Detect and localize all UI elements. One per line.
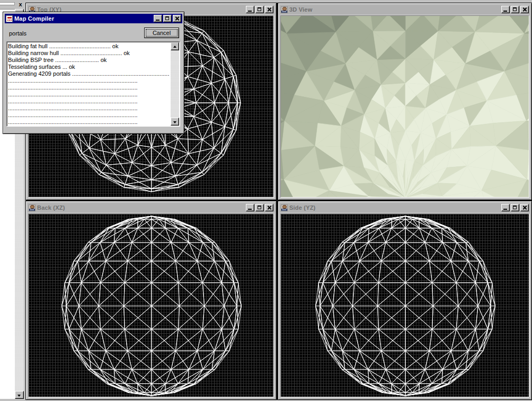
log-line: Building narrow hull ...................… [8, 50, 170, 57]
log-line: ........................................… [8, 91, 170, 98]
maximize-button[interactable] [255, 204, 264, 211]
viewport-titlebar-3d[interactable]: 3D View [280, 5, 530, 14]
map-compiler-dialog: Map Compiler portals Cancel Building fat… [3, 12, 184, 134]
viewport-titlebar-back[interactable]: Back (XZ) [28, 203, 274, 212]
arrow-up-icon [173, 46, 176, 48]
close-button[interactable] [265, 204, 273, 211]
log-scroll-down-button[interactable] [171, 118, 179, 126]
minimize-button[interactable] [154, 15, 162, 22]
viewport-window-back: Back (XZ) [25, 201, 277, 400]
minimize-icon [503, 11, 507, 12]
minimize-button[interactable] [246, 6, 254, 13]
log-scrollbar[interactable] [171, 42, 179, 126]
log-line: Generating 4209 portals ................… [8, 70, 170, 77]
viewport-canvas-3d[interactable] [281, 16, 529, 198]
panel-close-button[interactable]: x [16, 0, 24, 8]
close-button[interactable] [265, 6, 273, 13]
viewport-canvas-back-xz[interactable] [29, 214, 274, 397]
viewport-canvas-side-yz[interactable] [281, 214, 529, 397]
dialog-titlebar[interactable]: Map Compiler [5, 14, 182, 23]
status-label: portals [9, 30, 26, 37]
log-line: Building BSP tree ......................… [8, 57, 170, 64]
minimize-icon [248, 11, 252, 12]
log-line: ........................................… [8, 84, 170, 91]
maximize-icon [513, 7, 517, 11]
log-line: ........................................… [8, 112, 170, 119]
close-button[interactable] [173, 15, 181, 22]
log-line: ........................................… [8, 105, 170, 112]
log-line: Tesselating surfaces ... ok [8, 64, 170, 70]
close-button[interactable] [520, 204, 529, 211]
maximize-button[interactable] [163, 15, 172, 22]
maximize-button[interactable] [255, 6, 264, 13]
log-line: ........................................… [8, 77, 170, 84]
dialog-title: Map Compiler [14, 15, 152, 22]
log-line: Building fat hull ......................… [8, 43, 170, 50]
log-line: ........................................… [8, 98, 170, 105]
viewport-app-icon [281, 6, 288, 13]
panel-gripper[interactable] [0, 2, 15, 5]
viewport-titlebar-side[interactable]: Side (YZ) [280, 203, 530, 212]
minimize-button[interactable] [246, 204, 254, 211]
viewport-window-3d: 3D View [278, 3, 532, 200]
maximize-icon [258, 7, 261, 11]
maximize-button[interactable] [511, 6, 519, 13]
viewport-title: 3D View [289, 6, 500, 13]
panel-scroll-down-button[interactable] [15, 391, 24, 399]
minimize-icon [156, 20, 159, 21]
compiler-log-list[interactable]: Building fat hull ......................… [6, 41, 180, 127]
viewport-title: Side (YZ) [289, 204, 500, 211]
minimize-icon [248, 209, 252, 210]
maximize-icon [258, 206, 261, 209]
log-line: ........................................… [8, 119, 170, 126]
arrow-down-icon [17, 395, 21, 397]
maximize-button[interactable] [511, 204, 519, 211]
viewport-title: Back (XZ) [37, 204, 244, 211]
minimize-icon [503, 209, 507, 210]
viewport-app-icon [29, 204, 36, 211]
map-compiler-app-icon [6, 15, 13, 22]
close-button[interactable] [520, 6, 529, 13]
log-scroll-up-button[interactable] [171, 42, 179, 50]
viewport-app-icon [281, 204, 288, 211]
minimize-button[interactable] [501, 204, 510, 211]
maximize-icon [513, 206, 517, 209]
arrow-down-icon [173, 121, 176, 123]
cancel-button[interactable]: Cancel [144, 28, 179, 38]
viewport-window-side: Side (YZ) [278, 201, 532, 400]
maximize-icon [165, 16, 169, 20]
minimize-button[interactable] [501, 6, 510, 13]
